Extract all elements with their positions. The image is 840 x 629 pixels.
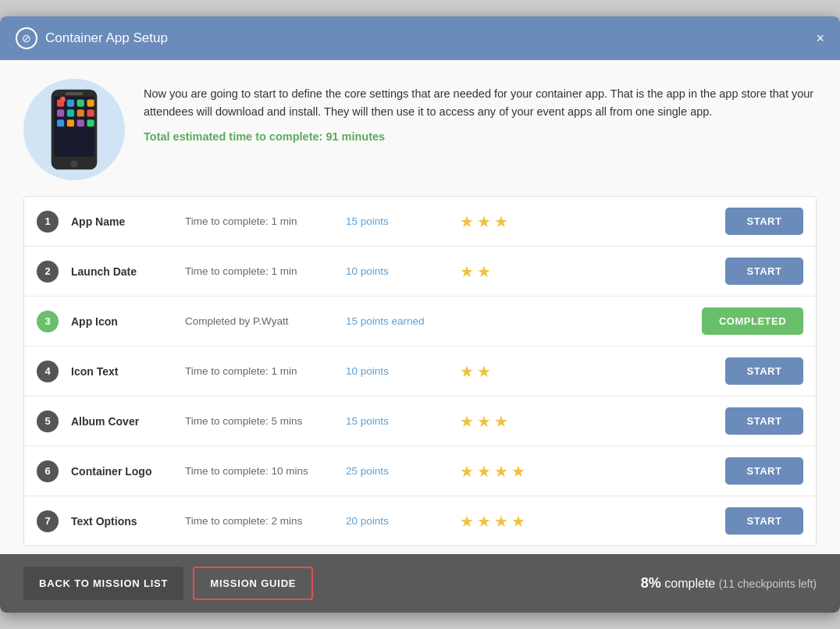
intro-section: ! Now you are going to start to define t… — [23, 79, 817, 180]
svg-rect-15 — [87, 119, 94, 126]
star: ★ — [477, 364, 491, 379]
back-to-mission-list-button[interactable]: BACK TO MISSION LIST — [23, 567, 183, 600]
task-time-2: Time to complete: 1 min — [185, 265, 333, 277]
star: ★ — [460, 514, 474, 529]
task-name-2: Launch Date — [71, 265, 173, 278]
svg-rect-9 — [67, 109, 74, 116]
task-number-5: 5 — [37, 410, 59, 432]
task-points-7: 20 points — [346, 515, 447, 527]
star: ★ — [477, 464, 491, 479]
task-points-4: 10 points — [346, 365, 447, 377]
svg-rect-7 — [87, 100, 94, 107]
star: ★ — [477, 264, 491, 279]
star: ★ — [460, 214, 474, 229]
start-button-5[interactable]: START — [725, 407, 803, 435]
estimated-time-label: Total estimated time to complete: — [144, 130, 322, 143]
footer-left: BACK TO MISSION LIST MISSION GUIDE — [23, 567, 313, 600]
svg-rect-2 — [66, 92, 83, 95]
task-row: 7 Text Options Time to complete: 2 mins … — [24, 496, 816, 545]
task-number-1: 1 — [37, 211, 59, 233]
star: ★ — [494, 414, 508, 429]
task-time-7: Time to complete: 2 mins — [185, 515, 333, 527]
star: ★ — [460, 414, 474, 429]
completed-button-3[interactable]: COMPLETED — [702, 307, 803, 335]
star: ★ — [460, 364, 474, 379]
svg-rect-6 — [77, 100, 84, 107]
svg-rect-12 — [57, 119, 64, 126]
task-name-4: Icon Text — [71, 365, 173, 378]
task-number-4: 4 — [37, 361, 59, 382]
svg-text:!: ! — [62, 98, 63, 101]
star: ★ — [494, 514, 508, 529]
task-time-3: Completed by P.Wyatt — [185, 315, 333, 327]
star: ★ — [494, 464, 508, 479]
svg-point-3 — [70, 160, 77, 167]
task-points-1: 15 points — [346, 215, 447, 227]
task-row: 5 Album Cover Time to complete: 5 mins 1… — [24, 396, 816, 446]
task-action-6: START — [725, 457, 803, 485]
star: ★ — [477, 514, 491, 529]
start-button-4[interactable]: START — [725, 357, 803, 385]
progress-percent: 8% — [641, 575, 661, 591]
header-icon: ⊘ — [16, 27, 37, 49]
modal-footer: BACK TO MISSION LIST MISSION GUIDE 8% co… — [0, 554, 840, 613]
modal-header: ⊘ Container App Setup × — [0, 16, 840, 60]
task-row: 4 Icon Text Time to complete: 1 min 10 p… — [24, 346, 816, 396]
start-button-1[interactable]: START — [725, 208, 803, 235]
task-row: 1 App Name Time to complete: 1 min 15 po… — [24, 197, 816, 247]
svg-rect-11 — [87, 109, 94, 116]
star: ★ — [460, 264, 474, 279]
svg-rect-5 — [67, 100, 74, 107]
task-number-2: 2 — [37, 261, 59, 283]
task-number-7: 7 — [37, 510, 59, 532]
star: ★ — [460, 464, 474, 479]
estimated-time: Total estimated time to complete: 91 min… — [144, 130, 817, 143]
task-action-7: START — [725, 507, 803, 535]
star: ★ — [511, 464, 525, 479]
task-stars-5: ★ ★ ★ — [460, 414, 538, 429]
close-button[interactable]: × — [816, 31, 824, 45]
svg-rect-10 — [77, 109, 84, 116]
progress-label: complete — [664, 577, 715, 590]
task-time-6: Time to complete: 10 mins — [185, 465, 333, 477]
mission-guide-button[interactable]: MISSION GUIDE — [193, 567, 313, 600]
task-stars-4: ★ ★ — [460, 364, 538, 379]
task-stars-6: ★ ★ ★ ★ — [460, 464, 538, 479]
setup-icon: ⊘ — [22, 32, 31, 44]
start-button-6[interactable]: START — [725, 457, 803, 485]
task-row-completed: 3 App Icon Completed by P.Wyatt 15 point… — [24, 297, 816, 346]
task-name-5: Album Cover — [71, 415, 173, 428]
task-action-4: START — [725, 357, 803, 385]
task-action-2: START — [725, 258, 803, 285]
task-row: 6 Container Logo Time to complete: 10 mi… — [24, 446, 816, 496]
task-name-1: App Name — [71, 215, 173, 228]
task-name-7: Text Options — [71, 515, 173, 528]
start-button-7[interactable]: START — [725, 507, 803, 535]
checkpoints-label: (11 checkpoints left) — [719, 577, 817, 590]
task-name-3: App Icon — [71, 315, 173, 328]
intro-description: Now you are going to start to define the… — [144, 85, 817, 121]
tasks-list: 1 App Name Time to complete: 1 min 15 po… — [23, 196, 817, 546]
modal-container: ⊘ Container App Setup × — [0, 16, 840, 613]
estimated-time-value: 91 minutes — [326, 130, 385, 143]
star: ★ — [477, 414, 491, 429]
star: ★ — [494, 214, 508, 229]
start-button-2[interactable]: START — [725, 258, 803, 285]
task-stars-7: ★ ★ ★ ★ — [460, 514, 538, 529]
task-action-1: START — [725, 208, 803, 235]
task-time-4: Time to complete: 1 min — [185, 365, 333, 377]
task-points-6: 25 points — [346, 465, 447, 477]
svg-rect-14 — [77, 119, 84, 126]
task-time-1: Time to complete: 1 min — [185, 215, 333, 227]
task-points-2: 10 points — [346, 265, 447, 277]
modal-body: ! Now you are going to start to define t… — [0, 60, 840, 554]
phone-illustration: ! — [23, 79, 125, 180]
star: ★ — [511, 514, 525, 529]
task-row: 2 Launch Date Time to complete: 1 min 10… — [24, 247, 816, 297]
task-action-3: COMPLETED — [702, 307, 803, 335]
intro-text: Now you are going to start to define the… — [144, 79, 817, 143]
task-number-3: 3 — [37, 311, 59, 332]
star: ★ — [477, 214, 491, 229]
svg-rect-13 — [67, 119, 74, 126]
task-time-5: Time to complete: 5 mins — [185, 415, 333, 427]
